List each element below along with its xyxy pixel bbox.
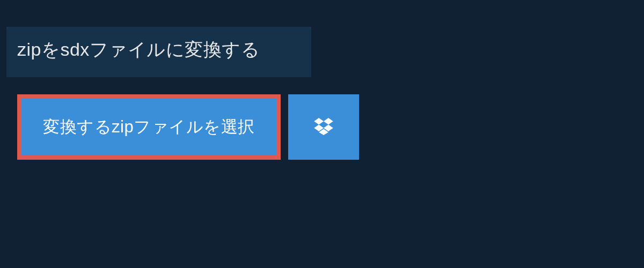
- action-button-row: 変換するzipファイルを選択: [17, 94, 644, 160]
- dropbox-icon: [314, 118, 333, 137]
- select-file-button[interactable]: 変換するzipファイルを選択: [17, 94, 281, 160]
- header-panel: zipをsdxファイルに変換する: [6, 27, 311, 77]
- file-converter-panel: zipをsdxファイルに変換する 変換するzipファイルを選択: [0, 0, 644, 160]
- page-title: zipをsdxファイルに変換する: [17, 38, 296, 62]
- select-file-button-label: 変換するzipファイルを選択: [43, 117, 255, 136]
- dropbox-button[interactable]: [288, 94, 359, 160]
